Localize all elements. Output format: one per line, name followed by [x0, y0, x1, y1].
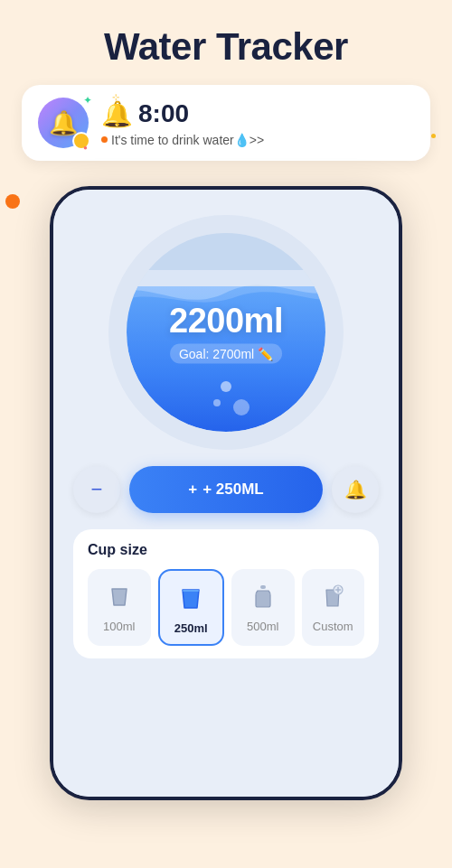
page-title: Water Tracker	[0, 0, 452, 69]
water-text-overlay: 2200ml Goal: 2700ml ✏️	[169, 302, 283, 364]
phone-frame: 2200ml Goal: 2700ml ✏️ − + + 250ML 🔔	[50, 186, 402, 800]
bell-icon: 🔔	[344, 479, 367, 500]
cup-icon-custom-wrap	[315, 578, 351, 614]
decorative-dot-orange	[5, 194, 20, 209]
cup-icon-250ml-wrap	[173, 580, 209, 616]
bottle-icon	[249, 582, 278, 611]
svg-rect-0	[183, 590, 199, 592]
phone-screen: 2200ml Goal: 2700ml ✏️ − + + 250ML 🔔	[53, 190, 399, 797]
action-row: − + + 250ML 🔔	[73, 466, 379, 513]
sparkle-tl: ✦	[83, 94, 92, 107]
bubble-3	[233, 399, 250, 415]
cup-label-100ml: 100ml	[103, 620, 135, 633]
notification-message-text: It's time to drink water💧>>	[111, 133, 264, 147]
notification-card[interactable]: 🔔 ✦ ● ⊹ 🔔 8:00 It's time to drink water💧…	[22, 85, 430, 161]
cup-label-custom: Custom	[313, 620, 353, 633]
bubble-1	[221, 381, 231, 392]
cup-label-250ml: 250ml	[174, 621, 208, 635]
cup-item-250ml[interactable]: 250ml	[158, 569, 225, 646]
plus-icon: +	[188, 481, 197, 499]
bell-avatar-icon: 🔔	[49, 109, 78, 137]
minus-button[interactable]: −	[73, 466, 120, 513]
cup-size-section: Cup size 100ml	[73, 529, 379, 658]
notification-time: 🔔 8:00	[101, 99, 264, 129]
cup-item-500ml[interactable]: 500ml	[231, 569, 295, 646]
notification-message: It's time to drink water💧>>	[101, 133, 264, 147]
notification-time-value: 8:00	[138, 99, 189, 128]
orange-dot-indicator	[101, 136, 108, 143]
small-cup-icon	[105, 582, 134, 611]
medium-cup-icon	[176, 583, 205, 612]
notification-content: 🔔 8:00 It's time to drink water💧>>	[101, 99, 264, 147]
cup-size-title: Cup size	[88, 542, 364, 558]
cup-item-100ml[interactable]: 100ml	[88, 569, 151, 646]
notification-avatar: 🔔	[38, 98, 89, 148]
water-circle-container[interactable]: 2200ml Goal: 2700ml ✏️	[108, 215, 344, 450]
cup-item-custom[interactable]: Custom	[302, 569, 365, 646]
cup-icon-100ml-wrap	[101, 578, 137, 614]
water-goal: Goal: 2700ml ✏️	[170, 344, 282, 364]
add-water-button[interactable]: + + 250ML	[129, 466, 323, 513]
minus-icon: −	[91, 478, 103, 501]
svg-rect-1	[260, 585, 266, 589]
water-amount: 2200ml	[169, 302, 283, 341]
bubble-2	[213, 399, 221, 406]
bell-button[interactable]: 🔔	[332, 466, 379, 513]
decorative-dot-yellow-2	[431, 134, 436, 138]
sparkle-bl: ●	[83, 144, 88, 152]
add-water-label: + 250ML	[202, 481, 264, 499]
cup-icon-500ml-wrap	[245, 578, 281, 614]
sparkle-tr: ⊹	[112, 92, 119, 102]
water-circle-inner: 2200ml Goal: 2700ml ✏️	[127, 233, 325, 432]
cup-size-grid: 100ml 250ml	[88, 569, 364, 646]
cup-label-500ml: 500ml	[247, 620, 278, 633]
clock-icon: 🔔	[101, 99, 133, 129]
custom-cup-icon	[318, 582, 347, 611]
